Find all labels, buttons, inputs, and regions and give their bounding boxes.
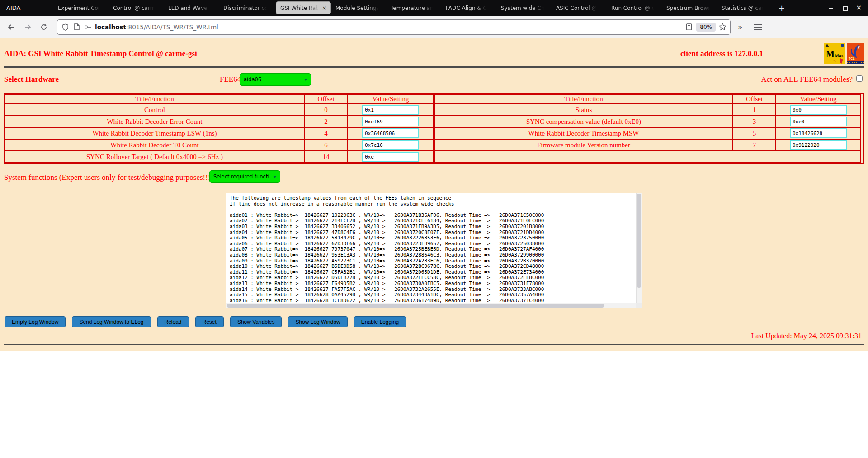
table-row: White Rabbit Decoder Timestamp LSW (1ns)… <box>5 127 434 139</box>
tab-asic-control[interactable]: ASIC Control @ <box>552 0 608 16</box>
table-row: White Rabbit Decoder Timestamp MSW 5 <box>434 127 861 139</box>
new-tab-button[interactable] <box>773 4 790 13</box>
wr-decoder-t0-count-input[interactable] <box>362 140 419 150</box>
logos: Midas powered by TCL <box>824 43 864 64</box>
log-horizontal-scrollbar[interactable] <box>226 303 636 308</box>
system-functions-row: System functions (Expert users only for … <box>0 171 868 187</box>
act-on-all-checkbox[interactable] <box>856 75 863 82</box>
page-header: AIDA: GSI White Rabbit Timestamp Control… <box>0 38 868 66</box>
browser-tab-bar: AIDA Experiment Con Control @ carm LED a… <box>0 0 868 16</box>
send-log-to-elog-button[interactable]: Send Log Window to ELog <box>72 316 151 327</box>
tab-fadc-align[interactable]: FADC Align & C <box>442 0 497 16</box>
table-row-empty <box>434 151 861 163</box>
fee64-select[interactable]: aida06 <box>240 73 311 86</box>
column-header-offset: Offset <box>304 94 348 104</box>
forward-button[interactable] <box>21 20 34 34</box>
scrollbar-corner <box>636 303 642 308</box>
registers-table-right: Title/Function Offset Value/Setting Stat… <box>434 94 861 163</box>
tab-experiment-control[interactable]: Experiment Con <box>54 0 109 16</box>
tab-statistics[interactable]: Statistics @ car <box>718 0 773 16</box>
last-updated-text: Last Updated: May 24, 2025 09:31:31 <box>0 327 868 344</box>
column-header-value: Value/Setting <box>776 94 861 104</box>
sync-rollover-target-input[interactable] <box>362 152 419 162</box>
log-window[interactable]: The following are timestamp values from … <box>226 193 642 308</box>
table-row: White Rabbit Decoder T0 Count 6 <box>5 139 434 151</box>
show-log-window-button[interactable]: Show Log Window <box>288 316 347 327</box>
back-button[interactable] <box>5 20 18 34</box>
log-window-text: The following are timestamp values from … <box>226 193 642 308</box>
aida-ts-wr-page: AIDA: GSI White Rabbit Timestamp Control… <box>0 38 868 351</box>
address-text[interactable]: localhost:8015/AIDA/TS_WR/TS_WR.tml <box>95 23 218 31</box>
browser-toolbar: localhost:8015/AIDA/TS_WR/TS_WR.tml 80% <box>0 16 868 38</box>
tab-temperature[interactable]: Temperature an <box>387 0 442 16</box>
table-row: Firmware module Version number 7 <box>434 139 861 151</box>
column-header-value: Value/Setting <box>348 94 434 104</box>
bookmark-star-icon[interactable] <box>719 23 726 31</box>
column-header-title: Title/Function <box>5 94 304 104</box>
tab-spectrum-browser[interactable]: Spectrum Brows <box>663 0 718 16</box>
wr-decoder-timestamp-msw-input[interactable] <box>790 128 847 138</box>
tracking-protection-shield-icon[interactable] <box>61 23 69 31</box>
url-bar[interactable]: localhost:8015/AIDA/TS_WR/TS_WR.tml 80% <box>57 19 731 35</box>
minimize-button[interactable] <box>827 5 835 12</box>
column-header-offset: Offset <box>733 94 776 104</box>
tcl-logo: TCL <box>847 43 864 64</box>
wr-decoder-timestamp-lsw-input[interactable] <box>362 128 419 138</box>
status-value-input[interactable] <box>790 105 847 115</box>
midas-logo-shield-icon <box>841 44 844 47</box>
show-variables-button[interactable]: Show Variables <box>230 316 282 327</box>
tcl-logo-band <box>847 61 864 64</box>
firmware-version-input[interactable] <box>790 140 847 150</box>
tab-control-carme[interactable]: Control @ carm <box>109 0 165 16</box>
tab-module-settings[interactable]: Module Settings <box>332 0 387 16</box>
table-row: SYNC compensation value (default 0xE0) 3 <box>434 116 861 127</box>
registers-table-left: Title/Function Offset Value/Setting Cont… <box>5 94 434 163</box>
tab-system-wide-checks[interactable]: System wide Ch <box>497 0 552 16</box>
site-permissions-icon[interactable] <box>84 23 92 31</box>
sync-compensation-input[interactable] <box>790 117 847 126</box>
table-row: Control 0 <box>5 104 434 116</box>
empty-log-window-button[interactable]: Empty Log Window <box>5 316 66 327</box>
midas-logo-triangle-icon <box>825 44 829 47</box>
column-header-title: Title/Function <box>434 94 733 104</box>
reader-mode-icon[interactable] <box>685 23 693 31</box>
wr-decoder-error-count-input[interactable] <box>362 117 419 126</box>
zoom-level-indicator[interactable]: 80% <box>696 23 716 32</box>
midas-logo: Midas powered by <box>824 43 845 64</box>
page-title: AIDA: GSI White Rabbit Timestamp Control… <box>4 49 197 58</box>
reload-button[interactable]: Reload <box>157 316 189 327</box>
maximize-button[interactable] <box>841 5 848 12</box>
hamburger-menu-icon[interactable] <box>754 24 762 30</box>
system-functions-label: System functions (Expert users only for … <box>4 173 213 182</box>
system-functions-select[interactable]: Select required function <box>209 170 280 183</box>
act-on-all-label: Act on ALL FEE64 modules? <box>761 75 853 84</box>
registers-table: Title/Function Offset Value/Setting Cont… <box>4 93 864 164</box>
log-vertical-scrollbar[interactable] <box>636 193 642 303</box>
tab-run-control[interactable]: Run Control @ c <box>608 0 663 16</box>
tab-close-icon[interactable] <box>321 5 328 11</box>
close-window-button[interactable] <box>854 5 862 12</box>
tab-gsi-white-rabbit-active[interactable]: GSI White Rab <box>276 1 331 14</box>
table-row: SYNC Rollover Target ( Default 0x4000 =>… <box>5 151 434 163</box>
table-row: White Rabbit Decoder Error Count 2 <box>5 116 434 127</box>
select-hardware-row: Select Hardware FEE64 aida06 Act on ALL … <box>0 71 868 89</box>
reset-button[interactable]: Reset <box>195 316 224 327</box>
reload-button[interactable] <box>37 20 51 34</box>
divider <box>4 66 864 68</box>
enable-logging-button[interactable]: Enable Logging <box>354 316 406 327</box>
control-value-input[interactable] <box>362 105 419 115</box>
tab-discriminator[interactable]: Discriminator co <box>220 0 275 16</box>
tab-led-waveform[interactable]: LED and Wavef <box>165 0 220 16</box>
table-row: Status 1 <box>434 104 861 116</box>
window-controls <box>827 5 868 12</box>
window-title: AIDA <box>0 5 54 11</box>
divider-bottom <box>4 344 864 345</box>
page-info-icon[interactable] <box>72 23 80 31</box>
toolbar-overflow-icon[interactable] <box>733 23 747 32</box>
client-address: client address is 127.0.0.1 <box>680 49 763 58</box>
select-hardware-label: Select Hardware <box>4 75 59 84</box>
action-buttons-row: Empty Log Window Send Log Window to ELog… <box>5 316 868 327</box>
fee64-label: FEE64 <box>220 75 241 84</box>
